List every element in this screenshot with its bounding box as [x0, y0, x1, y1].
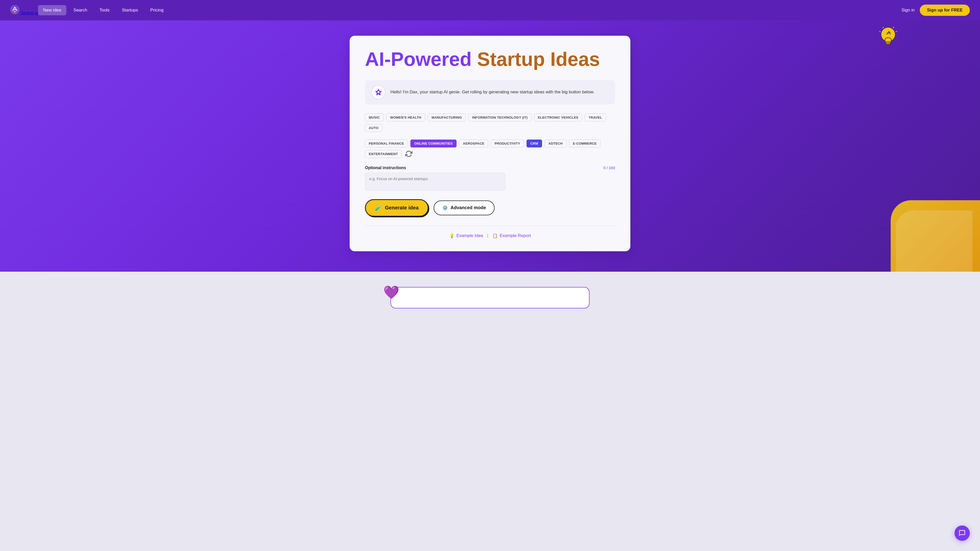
bottom-card: 💜 — [390, 287, 590, 308]
navbar: Stratup.ai New idea Search Tools Startup… — [0, 0, 980, 21]
nav-logo[interactable]: Stratup.ai — [10, 5, 38, 15]
page-title: AI-Powered Startup Ideas — [365, 48, 615, 70]
generate-idea-button[interactable]: 🧪 Generate idea — [365, 199, 428, 217]
svg-point-1 — [14, 11, 16, 13]
svg-rect-4 — [886, 43, 890, 44]
tag-womens-health[interactable]: WOMEN'S HEALTH — [386, 114, 425, 121]
advanced-label: Advanced mode — [450, 205, 486, 210]
heart-decoration: 💜 — [383, 285, 399, 300]
svg-point-6 — [377, 91, 380, 93]
flask-icon: 🧪 — [375, 205, 382, 211]
tag-entertainment[interactable]: ENTERTAINMENT — [365, 150, 402, 158]
chat-button[interactable] — [955, 526, 970, 541]
hero-section: AI-Powered Startup Ideas Hello! I'm Dax,… — [0, 21, 980, 272]
dax-text: Hello! I'm Dax, your startup AI genie. G… — [390, 89, 594, 95]
tag-music[interactable]: MUSIC — [365, 114, 383, 121]
tag-personal-finance[interactable]: PERSONAL FINANCE — [365, 140, 408, 148]
dax-avatar — [371, 85, 385, 99]
signup-button[interactable]: Sign up for FREE — [920, 5, 970, 16]
tag-adtech[interactable]: ADTECH — [545, 140, 566, 148]
tag-manufacturing[interactable]: MANUFACTURING — [428, 114, 466, 121]
dax-message: Hello! I'm Dax, your startup AI genie. G… — [365, 80, 615, 104]
nav-links: New idea Search Tools Startups Pricing — [38, 5, 901, 15]
separator: | — [487, 233, 488, 238]
nav-link-search[interactable]: Search — [68, 5, 92, 15]
nav-link-tools[interactable]: Tools — [94, 5, 115, 15]
tag-auto[interactable]: AUTO — [365, 124, 382, 132]
example-links: 💡 Example Idea | 📋 Example Report — [365, 233, 615, 238]
title-purple: AI-Powered — [365, 48, 472, 70]
tag-it[interactable]: INFORMATION TECHNOLOGY (IT) — [468, 114, 531, 121]
logo-text: Stratup.ai — [21, 11, 38, 15]
nav-link-pricing[interactable]: Pricing — [145, 5, 169, 15]
char-count: 0 / 100 — [603, 165, 615, 170]
example-idea-link[interactable]: 💡 Example Idea — [449, 233, 483, 238]
advanced-mode-button[interactable]: ⚙️ Advanced mode — [434, 200, 495, 215]
bottom-section: 💜 — [0, 272, 980, 324]
hero-decoration-light — [896, 210, 972, 272]
sign-in-button[interactable]: Sign in — [901, 8, 915, 13]
example-report-icon: 📋 — [492, 233, 498, 238]
tag-aerospace[interactable]: AEROSPACE — [459, 140, 488, 148]
optional-label-row: Optional instructions 0 / 100 — [365, 165, 615, 170]
tag-productivity[interactable]: PRODUCTIVITY — [491, 140, 524, 148]
gear-icon: ⚙️ — [442, 205, 448, 211]
nav-right: Sign in Sign up for FREE — [901, 5, 970, 16]
tag-crm[interactable]: CRM — [527, 140, 542, 148]
example-idea-icon: 💡 — [449, 233, 455, 238]
title-brown: Startup Ideas — [477, 48, 600, 70]
optional-instructions-textarea[interactable] — [365, 173, 505, 191]
nav-link-startups[interactable]: Startups — [117, 5, 143, 15]
example-report-link[interactable]: 📋 Example Report — [492, 233, 531, 238]
optional-label: Optional instructions — [365, 165, 406, 170]
tag-online-communities[interactable]: ONLINE COMMUNITIES — [410, 140, 457, 148]
buttons-row: 🧪 Generate idea ⚙️ Advanced mode — [365, 199, 615, 217]
generate-label: Generate idea — [385, 205, 418, 211]
tags-row-2: PERSONAL FINANCE ONLINE COMMUNITIES AERO… — [365, 140, 615, 158]
tag-ecommerce[interactable]: E-COMMERCE — [569, 140, 600, 148]
main-card: AI-Powered Startup Ideas Hello! I'm Dax,… — [350, 36, 630, 251]
nav-link-new-idea[interactable]: New idea — [38, 5, 66, 15]
logo-icon — [10, 5, 19, 14]
tags-row-1: MUSIC WOMEN'S HEALTH MANUFACTURING INFOR… — [365, 114, 615, 132]
tag-travel[interactable]: TRAVEL — [585, 114, 606, 121]
tag-ev[interactable]: ELECTRONIC VEHICLES — [534, 114, 582, 121]
lightbulb-icon — [878, 25, 898, 46]
refresh-tags-icon[interactable] — [405, 150, 412, 157]
